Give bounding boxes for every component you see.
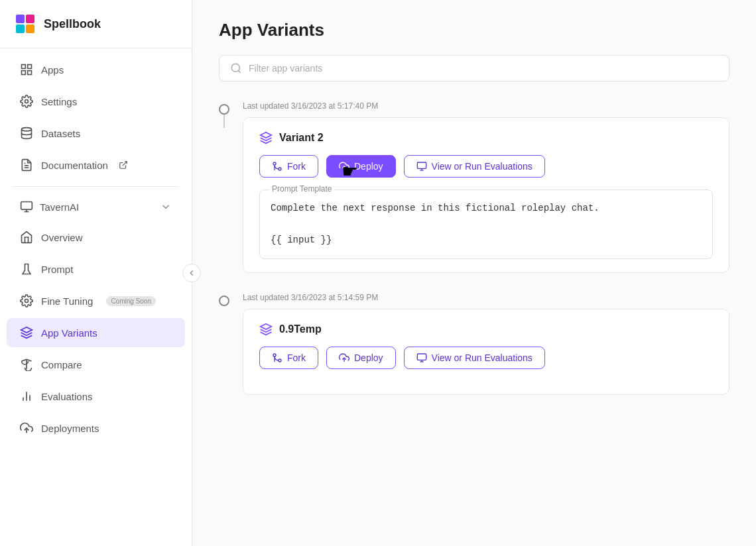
coming-soon-badge: Coming Soon (106, 296, 156, 306)
svg-rect-1 (26, 15, 34, 23)
deploy-icon (339, 161, 349, 172)
svg-rect-6 (22, 71, 26, 75)
page-title: App Variants (219, 20, 729, 40)
sidebar-item-app-variants-label: App Variants (41, 327, 97, 339)
gear-icon (20, 95, 33, 108)
sidebar-item-evaluations[interactable]: Evaluations (7, 382, 185, 411)
grid-icon (20, 63, 33, 76)
last-updated-0.9temp: Last updated 3/16/2023 at 5:14:59 PM (243, 293, 729, 302)
variant2-actions: Fork Deploy View or Run Evaluations (259, 155, 713, 178)
variant2-fork-label: Fork (287, 161, 306, 172)
evaluations-icon (416, 161, 427, 172)
sidebar-divider-top (0, 48, 192, 48)
timeline-dot (219, 104, 229, 115)
svg-rect-36 (417, 354, 426, 360)
sidebar: Spellbook Apps Settings Datasets Documen… (0, 0, 192, 546)
fork-icon-2 (272, 353, 283, 363)
svg-rect-13 (21, 202, 32, 210)
evaluations-icon-2 (416, 353, 427, 363)
variant-name-row-2: 0.9Temp (259, 323, 713, 336)
svg-rect-29 (417, 162, 426, 168)
deploy-icon-2 (339, 353, 349, 363)
sidebar-item-datasets-label: Datasets (41, 128, 80, 139)
sidebar-item-compare-label: Compare (41, 359, 82, 370)
logo-icon (13, 12, 37, 36)
doc-icon (20, 158, 33, 172)
logo-area: Spellbook (0, 0, 192, 48)
timeline-dot-col (219, 101, 229, 128)
fork-icon (272, 161, 283, 172)
0.9temp-fork-label: Fork (287, 353, 306, 363)
sidebar-item-deployments-label: Deployments (41, 423, 99, 434)
sidebar-item-fine-tuning-label: Fine Tuning (41, 296, 93, 307)
variant2-prompt-template: Prompt Template Complete the next respon… (259, 190, 713, 259)
svg-line-12 (123, 162, 127, 166)
sidebar-item-datasets[interactable]: Datasets (7, 119, 185, 148)
sidebar-item-compare[interactable]: Compare (7, 350, 185, 379)
0.9temp-evaluations-button[interactable]: View or Run Evaluations (404, 347, 545, 369)
scale-icon (20, 358, 33, 371)
svg-rect-4 (22, 65, 26, 69)
workspace-left: TavernAI (20, 200, 79, 213)
svg-point-34 (273, 354, 276, 356)
workspace-icon (20, 200, 33, 213)
variant-entry-variant2: Last updated 3/16/2023 at 5:17:40 PM Var… (219, 101, 729, 273)
variant2-prompt-text: Complete the next response in this ficti… (271, 201, 702, 248)
variant2-fork-button[interactable]: Fork (259, 155, 318, 178)
layers-variant-icon-2 (259, 323, 273, 336)
svg-point-33 (279, 359, 281, 362)
workspace-name: TavernAI (40, 201, 79, 213)
0.9temp-deploy-button[interactable]: Deploy (326, 347, 396, 369)
svg-point-23 (231, 64, 239, 72)
svg-marker-17 (21, 327, 32, 333)
sidebar-divider-workspace (13, 186, 178, 187)
svg-marker-32 (261, 324, 272, 329)
sidebar-item-overview[interactable]: Overview (7, 223, 185, 252)
svg-point-16 (25, 300, 29, 303)
variant2-evaluations-label: View or Run Evaluations (432, 161, 533, 172)
sidebar-item-settings[interactable]: Settings (7, 87, 185, 116)
variant-block-variant2: Last updated 3/16/2023 at 5:17:40 PM Var… (243, 101, 729, 273)
sidebar-item-fine-tuning[interactable]: Fine Tuning Coming Soon (7, 286, 185, 315)
workspace-selector[interactable]: TavernAI (7, 193, 185, 220)
search-icon (230, 62, 242, 74)
external-link-icon (119, 160, 128, 170)
layers-icon (20, 326, 33, 339)
filter-input[interactable] (249, 63, 718, 74)
chevron-down-icon (160, 201, 172, 213)
sidebar-item-documentation[interactable]: Documentation (7, 150, 185, 180)
sidebar-item-deployments[interactable]: Deployments (7, 413, 185, 443)
sidebar-collapse-toggle[interactable] (182, 264, 201, 282)
svg-rect-0 (16, 15, 25, 23)
app-name: Spellbook (44, 17, 101, 31)
sidebar-item-overview-label: Overview (41, 232, 83, 243)
prompt-template-label: Prompt Template (269, 184, 335, 193)
filter-bar (219, 55, 729, 82)
sidebar-item-app-variants[interactable]: App Variants (7, 318, 185, 347)
layers-variant-icon (259, 131, 273, 144)
sidebar-item-settings-label: Settings (41, 96, 77, 107)
sidebar-item-prompt[interactable]: Prompt (7, 254, 185, 284)
svg-rect-2 (16, 25, 25, 33)
0.9temp-fork-button[interactable]: Fork (259, 347, 318, 369)
timeline-line (223, 115, 225, 128)
timeline-dot-2 (219, 296, 229, 306)
svg-line-24 (238, 70, 240, 72)
0.9temp-deploy-label: Deploy (354, 353, 383, 363)
variant2-name: Variant 2 (279, 132, 324, 144)
chart-icon (20, 390, 33, 403)
sidebar-item-apps[interactable]: Apps (7, 55, 185, 84)
home-icon (20, 231, 33, 244)
variant-name-row: Variant 2 (259, 131, 713, 144)
variant2-evaluations-button[interactable]: View or Run Evaluations (404, 155, 545, 178)
svg-marker-25 (261, 133, 272, 138)
beaker-icon (20, 262, 33, 276)
0.9temp-evaluations-label: View or Run Evaluations (432, 353, 533, 363)
upload-icon (20, 421, 33, 435)
variant2-deploy-button[interactable]: Deploy (326, 155, 396, 178)
svg-point-9 (22, 128, 32, 131)
timeline-dot-col-2 (219, 293, 229, 306)
svg-point-8 (25, 100, 29, 103)
database-icon (20, 127, 33, 140)
0.9temp-name: 0.9Temp (279, 323, 322, 335)
